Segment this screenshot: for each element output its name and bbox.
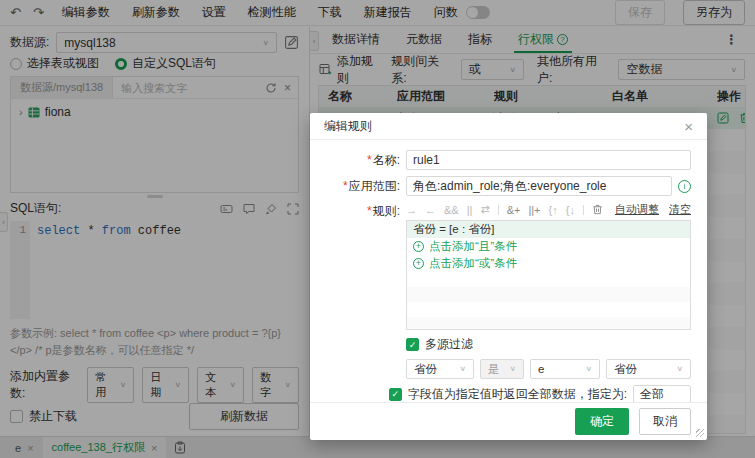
trash-icon[interactable] <box>592 204 603 215</box>
dialog-body: *名称: *应用范围: i *规则: → ← && || ⇄ <box>310 140 707 402</box>
scope-label: *应用范围: <box>326 178 400 195</box>
rule-toolbar-links: 自动调整 清空 <box>615 202 691 217</box>
multi-source-filter[interactable]: ✓ 多源过滤 <box>406 336 473 353</box>
add-or-condition-label: 点击添加“或”条件 <box>429 256 517 271</box>
add-and-condition-label: 点击添加“且”条件 <box>429 239 517 254</box>
rule-row: *规则: → ← && || ⇄ &+ ||+ {↑ {↓ <box>326 202 691 330</box>
plus-circle-icon: + <box>413 258 424 269</box>
filter-param-select[interactable]: e ∨ <box>530 359 600 379</box>
scope-input[interactable] <box>406 176 672 196</box>
filter-selects-row: 省份 ∨ 是 ∨ e ∨ 省份 ∨ <box>406 359 691 379</box>
clear-link[interactable]: 清空 <box>669 202 691 217</box>
toolbar-divider <box>498 205 499 215</box>
bracket-down-icon[interactable]: {↓ <box>566 204 575 216</box>
scope-label-text: 应用范围: <box>349 179 400 193</box>
name-label-text: 名称: <box>373 153 400 167</box>
info-icon[interactable]: i <box>678 180 691 193</box>
multi-source-row: ✓ 多源过滤 <box>406 336 691 353</box>
required-mark: * <box>343 179 348 193</box>
close-icon[interactable]: × <box>684 119 693 134</box>
filter-param-value: e <box>538 363 544 375</box>
cancel-button[interactable]: 取消 <box>639 408 691 435</box>
rule-editor-toolbar: → ← && || ⇄ &+ ||+ {↑ {↓ <box>406 202 691 217</box>
dialog-title: 编辑规则 <box>324 118 372 135</box>
rule-expression[interactable]: 省份 = [e : 省份] <box>407 221 690 238</box>
toolbar-divider <box>583 205 584 215</box>
move-right-icon[interactable]: → <box>406 204 417 216</box>
or-icon[interactable]: || <box>467 204 473 216</box>
name-input[interactable] <box>406 150 691 170</box>
plus-circle-icon: + <box>413 241 424 252</box>
add-and-condition-link[interactable]: + 点击添加“且”条件 <box>407 238 690 255</box>
name-row: *名称: <box>326 150 691 170</box>
filter-target-select[interactable]: 省份 ∨ <box>606 359 691 379</box>
rule-condition-box: 省份 = [e : 省份] + 点击添加“且”条件 + 点击添加“或”条件 <box>406 220 691 330</box>
multi-source-label: 多源过滤 <box>425 336 473 353</box>
add-or-condition-link[interactable]: + 点击添加“或”条件 <box>407 255 690 272</box>
filter-field-value: 省份 <box>414 362 437 377</box>
add-and-icon[interactable]: &+ <box>507 204 521 216</box>
required-mark: * <box>367 204 372 218</box>
filter-operator-value: 是 <box>488 362 500 377</box>
return-all-row: ✓ 字段值为指定值时返回全部数据，指定为: <box>326 385 691 402</box>
dialog-footer: 确定 取消 <box>310 402 707 440</box>
confirm-button[interactable]: 确定 <box>575 408 629 435</box>
rule-label: *规则: <box>326 203 400 220</box>
chevron-down-icon: ∨ <box>509 365 516 372</box>
name-label: *名称: <box>326 152 400 169</box>
rule-editor: → ← && || ⇄ &+ ||+ {↑ {↓ <box>406 202 691 330</box>
return-all-input[interactable] <box>633 385 691 402</box>
rule-empty-rows <box>407 272 690 329</box>
return-all-label: 字段值为指定值时返回全部数据，指定为: <box>408 386 627 403</box>
app-window: ↶ ↷ 编辑参数 刷新参数 设置 检测性能 下载 新建报告 问数 保存 另存为 … <box>0 0 755 458</box>
edit-rule-dialog: 编辑规则 × *名称: *应用范围: i *规则: → ← && <box>310 113 707 440</box>
chevron-down-icon: ∨ <box>585 365 592 372</box>
move-left-icon[interactable]: ← <box>425 204 436 216</box>
swap-icon[interactable]: ⇄ <box>480 203 489 216</box>
filter-target-value: 省份 <box>614 362 637 377</box>
filter-field-select[interactable]: 省份 ∨ <box>406 359 474 379</box>
rule-label-text: 规则: <box>373 204 400 218</box>
scope-row: *应用范围: i <box>326 176 691 196</box>
and-icon[interactable]: && <box>444 204 459 216</box>
auto-adjust-link[interactable]: 自动调整 <box>615 202 659 217</box>
filter-operator-select: 是 ∨ <box>480 359 524 379</box>
add-or-icon[interactable]: ||+ <box>528 204 540 216</box>
dialog-header[interactable]: 编辑规则 × <box>310 113 707 140</box>
bracket-up-icon[interactable]: {↑ <box>549 204 558 216</box>
checkbox-checked-icon: ✓ <box>406 338 419 351</box>
checkbox-checked-icon[interactable]: ✓ <box>389 388 402 401</box>
required-mark: * <box>367 153 372 167</box>
chevron-down-icon: ∨ <box>459 365 466 372</box>
chevron-down-icon: ∨ <box>676 365 683 372</box>
